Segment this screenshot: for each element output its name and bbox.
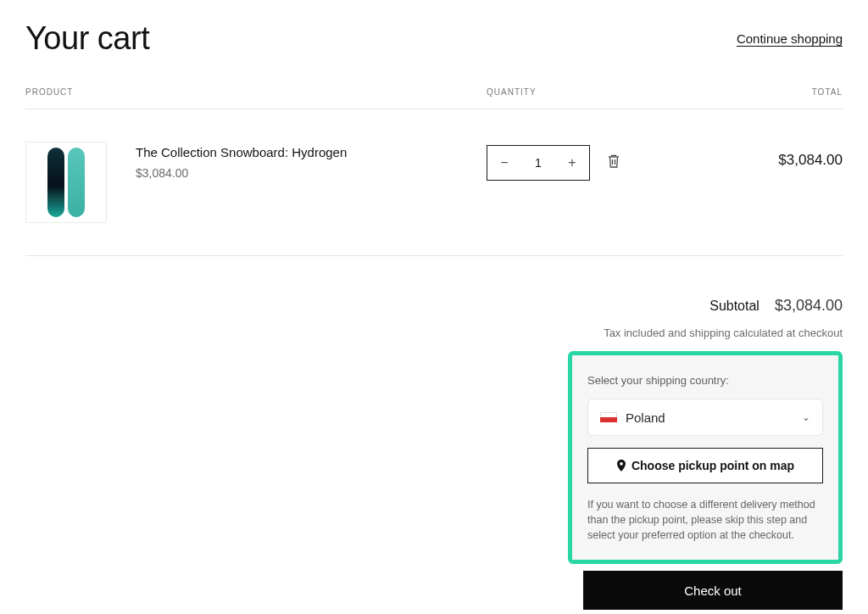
choose-pickup-point-button[interactable]: Choose pickup point on map [587, 448, 823, 483]
subtotal-value: $3,084.00 [775, 297, 843, 315]
quantity-decrease-button[interactable]: − [487, 146, 521, 180]
column-total: TOTAL [707, 87, 843, 97]
tax-shipping-note: Tax included and shipping calculated at … [25, 327, 843, 339]
subtotal-label: Subtotal [709, 299, 760, 314]
chevron-down-icon: ⌄ [802, 411, 810, 423]
quantity-stepper: − 1 + [487, 145, 590, 181]
snowboard-icon [47, 148, 64, 217]
country-select[interactable]: Poland ⌄ [587, 399, 823, 436]
shipping-country-label: Select your shipping country: [587, 374, 823, 387]
snowboard-icon [68, 148, 85, 217]
pickup-panel-note: If you want to choose a different delive… [587, 497, 823, 543]
trash-icon [607, 154, 620, 169]
shipping-country-panel: Select your shipping country: Poland ⌄ C… [568, 351, 843, 564]
page-title: Your cart [25, 20, 149, 57]
country-name: Poland [626, 410, 802, 425]
quantity-increase-button[interactable]: + [555, 146, 589, 180]
choose-pickup-point-label: Choose pickup point on map [632, 459, 794, 472]
quantity-value[interactable]: 1 [521, 156, 555, 170]
flag-poland-icon [600, 412, 617, 422]
cart-line-item: The Collection Snowboard: Hydrogen $3,08… [25, 109, 843, 256]
line-item-total: $3,084.00 [707, 142, 843, 169]
product-name[interactable]: The Collection Snowboard: Hydrogen [136, 145, 347, 159]
pin-icon [616, 460, 626, 472]
column-product: PRODUCT [25, 87, 487, 97]
column-quantity: QUANTITY [487, 87, 707, 97]
remove-item-button[interactable] [607, 154, 620, 172]
product-thumbnail[interactable] [25, 142, 107, 223]
product-price: $3,084.00 [136, 166, 347, 180]
cart-table-header: PRODUCT QUANTITY TOTAL [25, 87, 843, 109]
continue-shopping-link[interactable]: Continue shopping [737, 31, 843, 46]
checkout-button[interactable]: Check out [583, 571, 843, 610]
